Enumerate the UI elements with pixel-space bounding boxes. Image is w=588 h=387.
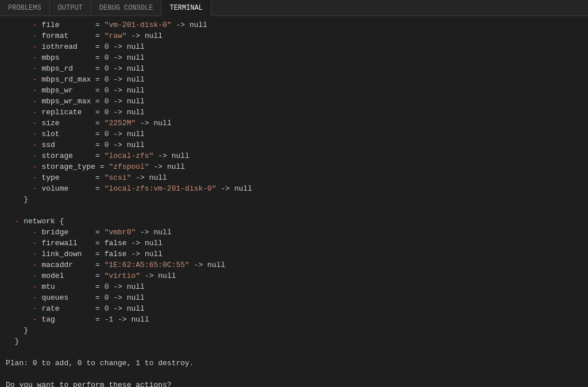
confirm-prompt-line: Do you want to perform these actions?	[6, 380, 582, 387]
terminal-line: - iothread = 0 -> null	[6, 41, 582, 52]
tab-output[interactable]: OUTPUT	[50, 0, 91, 16]
terminal-line: - rate = 0 -> null	[6, 303, 582, 314]
terminal-line: - mtu = 0 -> null	[6, 281, 582, 292]
terminal-line: - firewall = false -> null	[6, 238, 582, 249]
terminal-line: - macaddr = "1E:62:A5:65:0C:55" -> null	[6, 260, 582, 270]
terminal-line: - storage_type = "zfspool" -> null	[6, 161, 582, 172]
terminal-line: - network {	[6, 216, 582, 227]
terminal-line: }	[6, 325, 582, 336]
terminal-line: - storage = "local-zfs" -> null	[6, 150, 582, 161]
terminal-line: - tag = -1 -> null	[6, 314, 582, 325]
terminal-line: - model = "virtio" -> null	[6, 270, 582, 281]
terminal-line: - slot = 0 -> null	[6, 129, 582, 140]
terminal-line: - size = "2252M" -> null	[6, 118, 582, 129]
terminal-line: - format = "raw" -> null	[6, 30, 582, 41]
terminal-line	[6, 369, 582, 380]
terminal-line: - replicate = 0 -> null	[6, 107, 582, 118]
terminal-line: - file = "vm-201-disk-0" -> null	[6, 20, 582, 30]
terminal-line: - link_down = false -> null	[6, 249, 582, 260]
terminal-line: - volume = "local-zfs:vm-201-disk-0" -> …	[6, 183, 582, 194]
terminal-line	[6, 205, 582, 216]
terminal-line: - mbps_rd_max = 0 -> null	[6, 74, 582, 85]
terminal-line	[6, 347, 582, 358]
plan-line: Plan: 0 to add, 0 to change, 1 to destro…	[6, 358, 582, 369]
terminal-line: - queues = 0 -> null	[6, 292, 582, 303]
terminal-line: - type = "scsi" -> null	[6, 172, 582, 183]
terminal-line: }	[6, 336, 582, 347]
terminal-line: - bridge = "vmbr0" -> null	[6, 227, 582, 238]
tab-terminal[interactable]: TERMINAL	[161, 0, 211, 16]
tab-problems[interactable]: PROBLEMS	[0, 0, 50, 16]
tab-debug-console[interactable]: DEBUG CONSOLE	[91, 0, 162, 16]
terminal-line: - mbps_rd = 0 -> null	[6, 63, 582, 74]
tab-bar: PROBLEMS OUTPUT DEBUG CONSOLE TERMINAL	[0, 0, 588, 16]
terminal-line: }	[6, 194, 582, 205]
terminal-line: - mbps_wr_max = 0 -> null	[6, 96, 582, 107]
terminal-line: - mbps_wr = 0 -> null	[6, 85, 582, 96]
terminal-body[interactable]: - file = "vm-201-disk-0" -> null - forma…	[0, 16, 588, 387]
terminal-line: - ssd = 0 -> null	[6, 140, 582, 150]
terminal-line: - mbps = 0 -> null	[6, 52, 582, 63]
app-container: PROBLEMS OUTPUT DEBUG CONSOLE TERMINAL -…	[0, 0, 588, 387]
